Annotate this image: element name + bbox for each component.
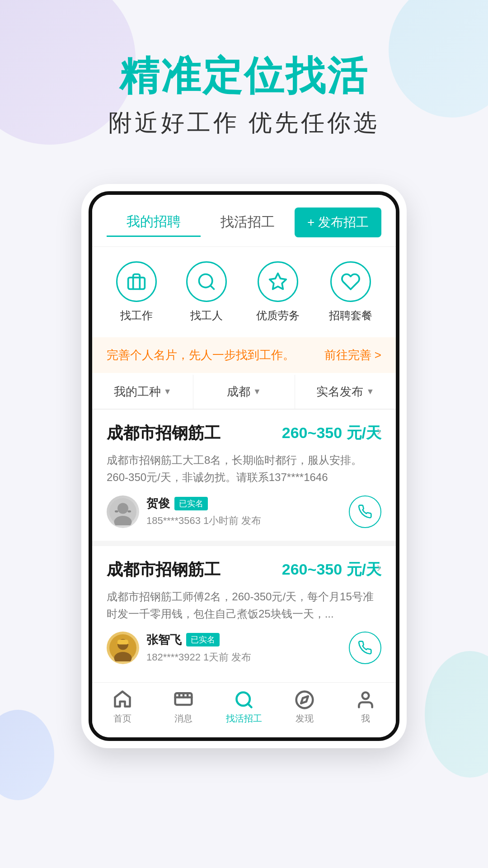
job-card-1-chevron: ›: [376, 422, 381, 439]
svg-point-20: [296, 692, 313, 708]
job-card-2-name-row: 张智飞 已实名: [146, 632, 251, 648]
action-find-work-label: 找工作: [120, 308, 153, 323]
job-card-2-footer: 张智飞 已实名 182****3922 1天前 发布: [107, 632, 381, 664]
bottom-nav: 首页 消息: [92, 682, 396, 730]
publish-btn[interactable]: + 发布招工: [295, 208, 381, 237]
svg-rect-12: [117, 640, 128, 645]
svg-line-19: [248, 704, 252, 708]
job-card-2-chevron: ›: [376, 559, 381, 576]
heart-icon: [341, 272, 361, 292]
filter-job-type-label: 我的工种: [114, 384, 161, 400]
search-icon: [197, 272, 216, 292]
filter-verified-label: 实名发布: [316, 384, 363, 400]
job-card-1[interactable]: 成都市招钢筋工 260~350 元/天 成都市招钢筋工大工8名，长期临时都行，服…: [92, 410, 396, 541]
svg-rect-7: [115, 510, 118, 513]
job-card-2-poster-details: 张智飞 已实名 182****3922 1天前 发布: [146, 632, 251, 664]
filter-verified[interactable]: 实名发布 ▼: [295, 375, 396, 409]
job-card-1-avatar: [107, 495, 139, 528]
job-card-2-top: 成都市招钢筋工 260~350 元/天 成都市招钢筋工师傅2名，260-350元…: [107, 559, 381, 623]
job-card-1-verified-badge: 已实名: [174, 497, 208, 510]
bottom-nav-message-label: 消息: [174, 712, 192, 725]
bottom-nav-home[interactable]: 首页: [92, 690, 153, 725]
filter-city-arrow: ▼: [253, 387, 261, 396]
job-card-1-poster-name: 贺俊: [146, 495, 170, 511]
quality-icon-circle: [258, 261, 298, 302]
job-card-2-phone-time: 182****3922 1天前 发布: [146, 651, 251, 664]
bottom-nav-find-work-label: 找活招工: [226, 712, 262, 725]
hero-subtitle: 附近好工作 优先任你选: [0, 107, 488, 139]
job-card-1-poster-details: 贺俊 已实名 185****3563 1小时前 发布: [146, 495, 261, 528]
hero-title: 精准定位找活: [0, 54, 488, 98]
profile-banner[interactable]: 完善个人名片，先人一步找到工作。 前往完善 >: [92, 337, 396, 373]
action-find-work[interactable]: 找工作: [116, 261, 157, 323]
job-card-1-call-btn[interactable]: [349, 495, 381, 528]
banner-text: 完善个人名片，先人一步找到工作。: [107, 347, 295, 363]
bottom-nav-discover-label: 发现: [296, 712, 314, 725]
action-quality-labor[interactable]: 优质劳务: [256, 261, 300, 323]
svg-point-22: [362, 693, 369, 699]
job-list: 成都市招钢筋工 260~350 元/天 成都市招钢筋工大工8名，长期临时都行，服…: [92, 410, 396, 677]
bottom-nav-find-work[interactable]: 找活招工: [214, 690, 274, 725]
filter-verified-arrow: ▼: [366, 387, 374, 396]
job-card-1-footer: 贺俊 已实名 185****3563 1小时前 发布: [107, 495, 381, 528]
user-icon: [356, 690, 375, 710]
avatar-2-svg: [109, 634, 136, 661]
phone-wrapper: 我的招聘 找活招工 + 发布招工 找工作: [0, 184, 488, 748]
phone-inner: 我的招聘 找活招工 + 发布招工 找工作: [89, 191, 399, 741]
filter-city[interactable]: 成都 ▼: [193, 375, 295, 409]
job-card-2-poster-name: 张智飞: [146, 632, 182, 648]
job-card-2-avatar: [107, 632, 139, 664]
job-card-1-name-row: 贺俊 已实名: [146, 495, 261, 511]
job-card-2-poster: 张智飞 已实名 182****3922 1天前 发布: [107, 632, 251, 664]
action-find-worker[interactable]: 找工人: [186, 261, 227, 323]
job-card-2[interactable]: 成都市招钢筋工 260~350 元/天 成都市招钢筋工师傅2名，260-350元…: [92, 546, 396, 677]
svg-marker-3: [269, 273, 286, 289]
top-nav: 我的招聘 找活招工 + 发布招工: [92, 195, 396, 247]
action-quality-labor-label: 优质劳务: [256, 308, 300, 323]
svg-line-2: [210, 285, 214, 289]
action-find-worker-label: 找工人: [190, 308, 223, 323]
compass-icon: [295, 690, 314, 710]
quick-actions: 找工作 找工人: [92, 247, 396, 337]
filter-job-type[interactable]: 我的工种 ▼: [92, 375, 193, 409]
job-card-2-verified-badge: 已实名: [186, 633, 220, 646]
app-content: 我的招聘 找活招工 + 发布招工 找工作: [92, 195, 396, 737]
job-card-1-header: 成都市招钢筋工 260~350 元/天: [107, 422, 381, 444]
job-card-2-salary: 260~350 元/天: [282, 559, 381, 580]
bottom-nav-home-label: 首页: [113, 712, 131, 725]
phone-icon-2: [358, 641, 372, 655]
quality-star-icon: [268, 272, 288, 292]
job-card-1-phone-time: 185****3563 1小时前 发布: [146, 514, 261, 528]
avatar-1-svg: [109, 498, 136, 525]
action-recruit-package-label: 招聘套餐: [329, 308, 372, 323]
nav-tab-my-recruitment[interactable]: 我的招聘: [107, 208, 201, 237]
job-card-1-poster: 贺俊 已实名 185****3563 1小时前 发布: [107, 495, 261, 528]
filter-row: 我的工种 ▼ 成都 ▼ 实名发布 ▼: [92, 375, 396, 410]
bottom-nav-me[interactable]: 我: [335, 690, 396, 725]
bottom-nav-discover[interactable]: 发现: [274, 690, 335, 725]
job-card-2-header: 成都市招钢筋工 260~350 元/天: [107, 559, 381, 581]
job-card-2-desc: 成都市招钢筋工师傅2名，260-350元/天，每个月15号准时发一千零用钱，包住…: [107, 588, 381, 623]
bottom-nav-message[interactable]: 消息: [153, 690, 213, 725]
action-recruit-package[interactable]: 招聘套餐: [329, 261, 372, 323]
hero-section: 精准定位找活 附近好工作 优先任你选: [0, 0, 488, 166]
phone-icon-1: [358, 505, 372, 519]
search-icon-circle: [186, 261, 227, 302]
job-card-1-desc: 成都市招钢筋工大工8名，长期临时都行，服从安排。260-350元/天，非诚勿扰。…: [107, 452, 381, 486]
banner-link[interactable]: 前往完善 >: [324, 347, 381, 363]
job-card-1-top: 成都市招钢筋工 260~350 元/天 成都市招钢筋工大工8名，长期临时都行，服…: [107, 422, 381, 486]
filter-city-label: 成都: [227, 384, 250, 400]
job-card-2-title: 成都市招钢筋工: [107, 559, 221, 581]
nav-tab-find-work[interactable]: 找活招工: [201, 208, 295, 236]
briefcase-icon-circle: [116, 261, 157, 302]
heart-icon-circle: [330, 261, 371, 302]
job-card-2-call-btn[interactable]: [349, 632, 381, 664]
svg-marker-21: [301, 697, 309, 704]
filter-job-type-arrow: ▼: [164, 387, 172, 396]
message-icon: [174, 690, 193, 710]
svg-rect-8: [128, 510, 131, 513]
job-card-1-salary: 260~350 元/天: [282, 423, 381, 443]
briefcase-icon: [127, 272, 146, 292]
svg-point-5: [117, 503, 128, 514]
phone-outer: 我的招聘 找活招工 + 发布招工 找工作: [81, 184, 407, 748]
